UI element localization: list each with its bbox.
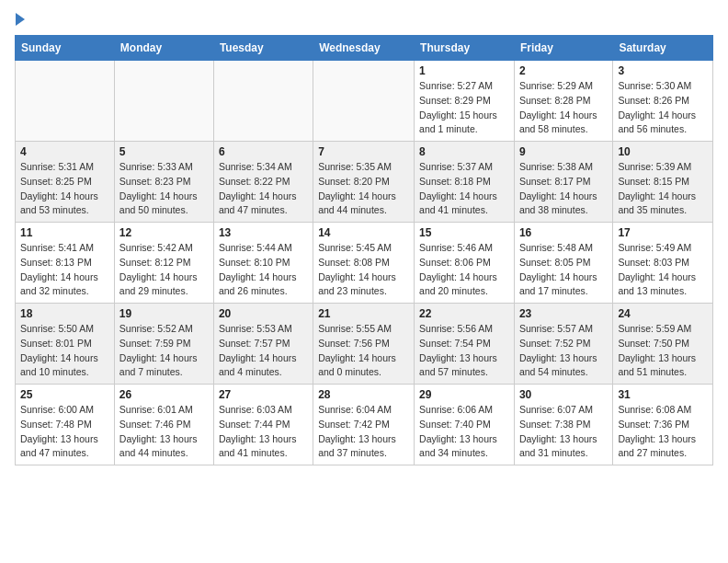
calendar-cell: 29Sunrise: 6:06 AM Sunset: 7:40 PM Dayli…: [415, 385, 515, 465]
day-info: Sunrise: 6:01 AM Sunset: 7:46 PM Dayligh…: [119, 403, 209, 461]
day-info: Sunrise: 5:50 AM Sunset: 8:01 PM Dayligh…: [20, 322, 109, 380]
weekday-header-saturday: Saturday: [613, 36, 713, 61]
calendar-cell: 17Sunrise: 5:49 AM Sunset: 8:03 PM Dayli…: [613, 223, 713, 304]
day-info: Sunrise: 5:52 AM Sunset: 7:59 PM Dayligh…: [119, 322, 209, 380]
day-number: 29: [419, 388, 509, 401]
day-info: Sunrise: 5:48 AM Sunset: 8:05 PM Dayligh…: [519, 241, 608, 299]
day-info: Sunrise: 5:38 AM Sunset: 8:17 PM Dayligh…: [519, 160, 608, 218]
calendar-cell: 24Sunrise: 5:59 AM Sunset: 7:50 PM Dayli…: [613, 304, 713, 385]
calendar-cell: 15Sunrise: 5:46 AM Sunset: 8:06 PM Dayli…: [415, 223, 515, 304]
day-info: Sunrise: 5:45 AM Sunset: 8:08 PM Dayligh…: [318, 241, 409, 299]
day-info: Sunrise: 6:00 AM Sunset: 7:48 PM Dayligh…: [20, 403, 109, 461]
calendar-table: SundayMondayTuesdayWednesdayThursdayFrid…: [15, 35, 713, 465]
calendar-cell: 9Sunrise: 5:38 AM Sunset: 8:17 PM Daylig…: [514, 142, 612, 223]
calendar-cell: 12Sunrise: 5:42 AM Sunset: 8:12 PM Dayli…: [114, 223, 213, 304]
calendar-cell: 21Sunrise: 5:55 AM Sunset: 7:56 PM Dayli…: [313, 304, 415, 385]
day-info: Sunrise: 5:46 AM Sunset: 8:06 PM Dayligh…: [419, 241, 509, 299]
calendar-week-2: 4Sunrise: 5:31 AM Sunset: 8:25 PM Daylig…: [16, 142, 713, 223]
weekday-header-sunday: Sunday: [16, 36, 115, 61]
weekday-header-monday: Monday: [114, 36, 213, 61]
day-info: Sunrise: 5:49 AM Sunset: 8:03 PM Dayligh…: [618, 241, 708, 299]
day-number: 23: [519, 307, 608, 320]
day-info: Sunrise: 5:53 AM Sunset: 7:57 PM Dayligh…: [219, 322, 308, 380]
calendar-cell: 25Sunrise: 6:00 AM Sunset: 7:48 PM Dayli…: [16, 385, 115, 465]
day-number: 22: [419, 307, 509, 320]
day-info: Sunrise: 6:04 AM Sunset: 7:42 PM Dayligh…: [318, 403, 409, 461]
logo-triangle-icon: [16, 13, 25, 26]
calendar-cell: 23Sunrise: 5:57 AM Sunset: 7:52 PM Dayli…: [514, 304, 612, 385]
day-number: 30: [519, 388, 608, 401]
day-info: Sunrise: 5:31 AM Sunset: 8:25 PM Dayligh…: [20, 160, 109, 218]
day-info: Sunrise: 5:34 AM Sunset: 8:22 PM Dayligh…: [219, 160, 308, 218]
day-number: 7: [318, 145, 409, 158]
calendar-cell: 19Sunrise: 5:52 AM Sunset: 7:59 PM Dayli…: [114, 304, 213, 385]
calendar-cell: [114, 61, 213, 142]
day-number: 9: [519, 145, 608, 158]
day-number: 16: [519, 226, 608, 239]
calendar-cell: 6Sunrise: 5:34 AM Sunset: 8:22 PM Daylig…: [213, 142, 313, 223]
calendar-cell: 8Sunrise: 5:37 AM Sunset: 8:18 PM Daylig…: [415, 142, 515, 223]
weekday-header-thursday: Thursday: [415, 36, 515, 61]
day-info: Sunrise: 5:56 AM Sunset: 7:54 PM Dayligh…: [419, 322, 509, 380]
day-info: Sunrise: 5:57 AM Sunset: 7:52 PM Dayligh…: [519, 322, 608, 380]
day-info: Sunrise: 5:41 AM Sunset: 8:13 PM Dayligh…: [20, 241, 109, 299]
day-info: Sunrise: 5:44 AM Sunset: 8:10 PM Dayligh…: [219, 241, 308, 299]
day-number: 4: [20, 145, 109, 158]
day-number: 24: [618, 307, 708, 320]
day-number: 19: [119, 307, 209, 320]
day-info: Sunrise: 5:42 AM Sunset: 8:12 PM Dayligh…: [119, 241, 209, 299]
calendar-cell: 30Sunrise: 6:07 AM Sunset: 7:38 PM Dayli…: [514, 385, 612, 465]
day-info: Sunrise: 5:30 AM Sunset: 8:26 PM Dayligh…: [618, 79, 708, 137]
weekday-header-wednesday: Wednesday: [313, 36, 415, 61]
calendar-cell: 14Sunrise: 5:45 AM Sunset: 8:08 PM Dayli…: [313, 223, 415, 304]
calendar-cell: 31Sunrise: 6:08 AM Sunset: 7:36 PM Dayli…: [613, 385, 713, 465]
day-number: 28: [318, 388, 409, 401]
day-number: 2: [519, 64, 608, 77]
header: [15, 15, 713, 28]
weekday-header-tuesday: Tuesday: [213, 36, 313, 61]
calendar-cell: 28Sunrise: 6:04 AM Sunset: 7:42 PM Dayli…: [313, 385, 415, 465]
day-number: 15: [419, 226, 509, 239]
day-number: 6: [219, 145, 308, 158]
day-number: 14: [318, 226, 409, 239]
day-number: 27: [219, 388, 308, 401]
day-number: 8: [419, 145, 509, 158]
day-info: Sunrise: 5:27 AM Sunset: 8:29 PM Dayligh…: [419, 79, 509, 137]
day-info: Sunrise: 6:03 AM Sunset: 7:44 PM Dayligh…: [219, 403, 308, 461]
day-info: Sunrise: 6:06 AM Sunset: 7:40 PM Dayligh…: [419, 403, 509, 461]
day-info: Sunrise: 5:35 AM Sunset: 8:20 PM Dayligh…: [318, 160, 409, 218]
day-number: 20: [219, 307, 308, 320]
day-number: 1: [419, 64, 509, 77]
day-number: 26: [119, 388, 209, 401]
calendar-week-4: 18Sunrise: 5:50 AM Sunset: 8:01 PM Dayli…: [16, 304, 713, 385]
calendar-cell: 27Sunrise: 6:03 AM Sunset: 7:44 PM Dayli…: [213, 385, 313, 465]
day-number: 11: [20, 226, 109, 239]
calendar-cell: 5Sunrise: 5:33 AM Sunset: 8:23 PM Daylig…: [114, 142, 213, 223]
day-info: Sunrise: 5:37 AM Sunset: 8:18 PM Dayligh…: [419, 160, 509, 218]
day-number: 17: [618, 226, 708, 239]
day-number: 25: [20, 388, 109, 401]
weekday-header-row: SundayMondayTuesdayWednesdayThursdayFrid…: [16, 36, 713, 61]
calendar-cell: 13Sunrise: 5:44 AM Sunset: 8:10 PM Dayli…: [213, 223, 313, 304]
day-number: 10: [618, 145, 708, 158]
day-number: 13: [219, 226, 308, 239]
calendar-cell: 7Sunrise: 5:35 AM Sunset: 8:20 PM Daylig…: [313, 142, 415, 223]
day-info: Sunrise: 5:55 AM Sunset: 7:56 PM Dayligh…: [318, 322, 409, 380]
day-number: 3: [618, 64, 708, 77]
calendar-week-1: 1Sunrise: 5:27 AM Sunset: 8:29 PM Daylig…: [16, 61, 713, 142]
weekday-header-friday: Friday: [514, 36, 612, 61]
calendar-cell: 26Sunrise: 6:01 AM Sunset: 7:46 PM Dayli…: [114, 385, 213, 465]
calendar-cell: [213, 61, 313, 142]
day-number: 5: [119, 145, 209, 158]
calendar-week-5: 25Sunrise: 6:00 AM Sunset: 7:48 PM Dayli…: [16, 385, 713, 465]
day-info: Sunrise: 5:59 AM Sunset: 7:50 PM Dayligh…: [618, 322, 708, 380]
day-info: Sunrise: 5:29 AM Sunset: 8:28 PM Dayligh…: [519, 79, 608, 137]
calendar-cell: 2Sunrise: 5:29 AM Sunset: 8:28 PM Daylig…: [514, 61, 612, 142]
calendar-cell: [16, 61, 115, 142]
calendar-cell: 22Sunrise: 5:56 AM Sunset: 7:54 PM Dayli…: [415, 304, 515, 385]
calendar-cell: 20Sunrise: 5:53 AM Sunset: 7:57 PM Dayli…: [213, 304, 313, 385]
day-number: 18: [20, 307, 109, 320]
calendar-cell: 11Sunrise: 5:41 AM Sunset: 8:13 PM Dayli…: [16, 223, 115, 304]
calendar-cell: [313, 61, 415, 142]
day-number: 21: [318, 307, 409, 320]
